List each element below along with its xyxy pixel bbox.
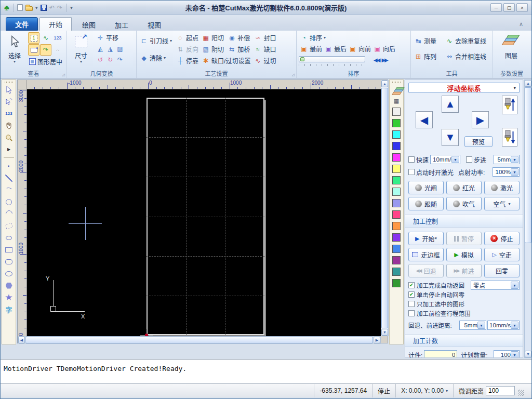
dock-button[interactable]: ┼停靠 <box>175 55 200 66</box>
draw-rectangle-tool[interactable] <box>3 244 15 255</box>
check-travel-range[interactable] <box>408 310 415 316</box>
layer-color-swatch[interactable] <box>392 165 401 173</box>
jog-laser-checkbox[interactable] <box>408 169 415 175</box>
gas-select-button[interactable]: 空气▾ <box>484 197 520 210</box>
pan-tool[interactable] <box>3 120 15 131</box>
tab-file[interactable]: 文件 <box>6 17 38 31</box>
mirror-vertical-icon[interactable]: ◮ <box>106 45 114 52</box>
clear-button[interactable]: ◆ 清除▾ <box>139 52 173 63</box>
layer-stack-icon[interactable] <box>393 87 400 93</box>
distance-combo[interactable]: 5mm <box>459 321 486 330</box>
open-dropdown-icon[interactable]: ▾ <box>35 5 38 10</box>
save-icon[interactable] <box>41 5 47 11</box>
compensate-button[interactable]: ◉补偿 <box>227 32 251 43</box>
toolbar-options-icon[interactable]: ▾ <box>70 5 73 10</box>
scroll-left-icon[interactable]: ◀ <box>18 337 25 343</box>
dialog-launcher-icon[interactable]: ◿ <box>292 73 295 77</box>
step-checkbox[interactable] <box>466 156 472 163</box>
scroll-down-icon[interactable]: ▼ <box>525 351 531 357</box>
step-next-icon[interactable]: ▶▶ <box>380 56 388 64</box>
layer-color-swatch[interactable] <box>392 130 401 139</box>
draw-bezier-tool[interactable] <box>3 184 15 195</box>
toolbar-grip[interactable] <box>392 82 401 83</box>
layer-color-swatch[interactable] <box>392 153 401 162</box>
show-path-button[interactable]: ∿ <box>40 32 51 44</box>
seal-button[interactable]: ∽封口 <box>252 32 277 43</box>
open-file-icon[interactable] <box>25 6 33 11</box>
draw-circle-tool[interactable] <box>3 196 15 207</box>
draw-arc-tool[interactable] <box>3 208 15 219</box>
layer-color-swatch[interactable] <box>392 245 401 253</box>
lead-line-button[interactable]: ⊏ 引刀线▾ <box>139 35 173 46</box>
reverse-button[interactable]: ⇅反向 <box>175 44 200 55</box>
show-rectangle-button[interactable] <box>28 44 39 56</box>
slider-handle[interactable] <box>300 57 304 61</box>
horizontal-scroll-thumb[interactable] <box>25 337 373 343</box>
layer-color-swatch[interactable] <box>392 268 401 276</box>
collapse-ribbon-icon[interactable]: ∧ <box>519 21 523 28</box>
send-back-button[interactable]: ▣最后 <box>323 43 348 54</box>
gap-overcut-settings-button[interactable]: ✱缺口/过切设置 <box>201 55 251 66</box>
layers-button[interactable]: 图层 <box>495 32 527 70</box>
show-direction-button[interactable]: ↷ <box>40 44 51 56</box>
show-sequence-button[interactable]: 123 <box>52 32 63 44</box>
select-button[interactable]: 选择 ▾ <box>3 32 26 70</box>
sequence-numbers-tool[interactable]: 123 <box>3 108 15 119</box>
layer-color-swatch[interactable] <box>392 176 401 184</box>
bring-front-button[interactable]: ▣最前 <box>299 43 323 54</box>
blow-toggle-button[interactable]: 吹气 <box>446 197 482 210</box>
layer-color-swatch[interactable] <box>392 256 401 264</box>
coordinate-system-combo[interactable]: 浮动坐标系 ▾ <box>408 83 520 93</box>
tab-process[interactable]: 加工 <box>106 18 137 31</box>
draw-ellipse-tool[interactable] <box>3 268 15 279</box>
new-file-icon[interactable] <box>17 4 23 11</box>
auto-return-after-finish-combo[interactable]: 零点 <box>471 281 520 290</box>
plan-count-combo[interactable]: 100 <box>494 350 520 358</box>
layer-color-swatch[interactable] <box>392 210 401 219</box>
fine-tune-input[interactable] <box>486 386 515 395</box>
layer-color-swatch[interactable] <box>392 119 401 127</box>
draw-point-tool[interactable]: · <box>3 161 15 171</box>
tab-home[interactable]: 开始 <box>39 17 72 31</box>
draw-polygon-tool[interactable] <box>3 280 15 291</box>
layer-color-swatch[interactable] <box>392 279 401 287</box>
process-selected-only[interactable] <box>408 301 415 307</box>
machine-position[interactable]: X: 0.00, Y: 0.00▾ <box>395 384 453 397</box>
resize-grip[interactable] <box>518 390 524 396</box>
draw-line-tool[interactable] <box>3 172 15 183</box>
undo-icon[interactable]: ↶ <box>49 4 55 11</box>
layer-color-swatch[interactable] <box>392 222 401 230</box>
mirror-horizontal-icon[interactable]: ◭ <box>96 45 104 52</box>
jog-down-button[interactable]: ▼ <box>442 129 459 146</box>
notch-button[interactable]: ≈缺口 <box>252 44 277 55</box>
panel-scroll-thumb[interactable] <box>525 87 531 243</box>
step-back-button[interactable]: 回退 <box>408 264 444 277</box>
inner-cut-button[interactable]: ▧阴切 <box>201 44 225 55</box>
fast-checkbox[interactable] <box>408 156 415 163</box>
follow-toggle-button[interactable]: 跟随 <box>408 197 444 210</box>
red-light-toggle-button[interactable]: 红光 <box>446 181 482 194</box>
jog-right-button[interactable]: ▶ <box>472 111 489 128</box>
bring-forward-button[interactable]: ▣向前 <box>348 43 372 54</box>
jog-left-button[interactable]: ◀ <box>416 111 433 128</box>
send-backward-button[interactable]: ▣向后 <box>372 43 396 54</box>
canvas-vertical-scrollbar[interactable]: ▲ ▼ <box>381 80 389 336</box>
maximize-button[interactable]: ▢ <box>503 3 515 12</box>
step-distance-combo[interactable]: 5mm <box>494 155 520 164</box>
pan-button[interactable]: ✛ 平移 <box>95 32 125 43</box>
auto-home-on-stop[interactable]: ✔ <box>408 291 415 298</box>
shear-icon[interactable]: ▨ <box>116 45 124 52</box>
piece-count-input[interactable] <box>424 350 457 358</box>
size-button[interactable]: 尺寸 ▾ <box>69 32 93 70</box>
center-graphic-button[interactable]: 图形居中 <box>28 56 63 67</box>
sequence-slider[interactable] <box>299 56 365 62</box>
draw-small-ellipse-tool[interactable] <box>3 232 15 243</box>
layer-color-swatch[interactable] <box>392 188 401 196</box>
panel-scrollbar[interactable]: ▲ ▼ <box>524 79 532 358</box>
laser-toggle-button[interactable]: 激光 <box>484 181 520 194</box>
fast-speed-combo[interactable]: 10mm/s <box>430 155 460 164</box>
measure-button[interactable]: ↹测量 <box>413 35 441 46</box>
preview-button[interactable]: 预览 <box>464 136 493 147</box>
layer-grid-icon[interactable]: ▦ <box>394 98 399 104</box>
draw-freeform-tool[interactable] <box>3 220 15 231</box>
